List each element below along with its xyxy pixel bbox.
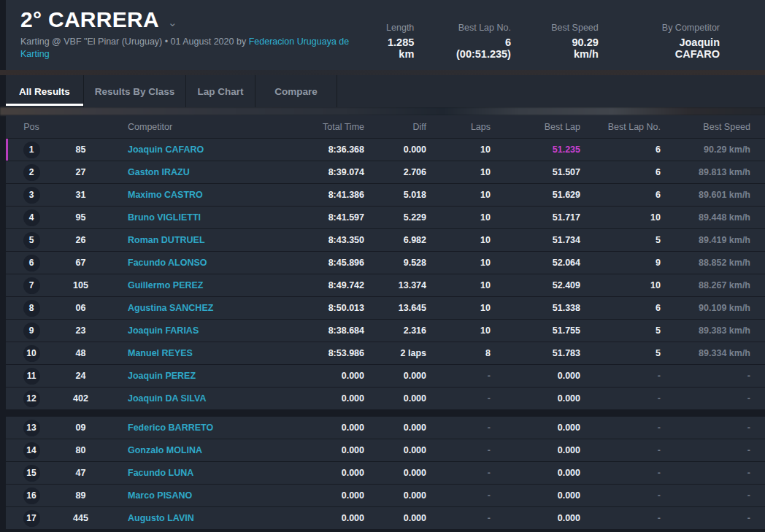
best-speed-cell: - <box>661 513 750 523</box>
kart-number: 47 <box>57 468 104 478</box>
competitor-link[interactable]: Roman DUTRUEL <box>128 235 205 245</box>
kart-number: 445 <box>57 513 104 523</box>
best-speed-cell: 90.109 km/h <box>661 303 750 313</box>
table-row: 16 89 Marco PISANO 0.000 0.000 - 0.000 -… <box>6 485 765 506</box>
best-lap-no-cell: 6 <box>580 190 661 200</box>
competitor-link[interactable]: Gonzalo MOLINA <box>128 445 202 455</box>
competitor-link[interactable]: Facundo LUNA <box>128 468 193 478</box>
stat-label: Best Speed <box>545 23 599 33</box>
session-title-block: 2° CARRERA ⌄ Karting @ VBF "El Pinar (Ur… <box>6 0 369 70</box>
diff-cell: 0.000 <box>364 393 426 404</box>
diff-cell: 2.316 <box>364 325 426 336</box>
best-speed-cell: 90.29 km/h <box>661 144 750 155</box>
competitor-link[interactable]: Joaquin FARIAS <box>128 325 199 336</box>
table-row: 17 445 Augusto LAVIN 0.000 0.000 - 0.000… <box>6 507 765 529</box>
competitor-link[interactable]: Augusto LAVIN <box>128 513 194 523</box>
best-lap-no-cell: 6 <box>580 144 661 155</box>
position-badge: 10 <box>23 345 40 362</box>
table-row: 15 47 Facundo LUNA 0.000 0.000 - 0.000 -… <box>6 462 765 484</box>
competitor-link[interactable]: Joaquin CAFARO <box>128 144 204 155</box>
kart-number: 85 <box>57 144 104 155</box>
page-title: 2° CARRERA <box>20 7 159 32</box>
position-badge: 3 <box>23 187 40 204</box>
competitor-link[interactable]: Maximo CASTRO <box>128 190 203 200</box>
tab-all-results[interactable]: All Results <box>6 75 84 107</box>
diff-cell: 5.229 <box>364 212 426 223</box>
tab-results-by-class[interactable]: Results By Class <box>84 75 186 107</box>
tab-lap-chart[interactable]: Lap Chart <box>186 75 255 107</box>
laps-cell: - <box>426 513 491 523</box>
total-time-cell: 0.000 <box>280 513 364 523</box>
competitor-link[interactable]: Gaston IRAZU <box>128 167 190 177</box>
table-row: 6 67 Facundo ALONSO 8:45.896 9.528 10 52… <box>6 252 765 274</box>
best-lap-no-cell: 6 <box>580 303 661 313</box>
kart-number: 06 <box>57 303 104 313</box>
competitor-link[interactable]: Guillermo PEREZ <box>128 280 204 290</box>
best-lap-cell: 0.000 <box>491 423 580 433</box>
stat-value: 1.285 km <box>369 36 414 60</box>
best-lap-no-cell: 10 <box>580 280 661 290</box>
session-subtitle-text: Karting @ VBF "El Pinar (Uruguay) • 01 A… <box>20 36 246 47</box>
laps-cell: 10 <box>426 325 491 336</box>
position-badge: 4 <box>23 209 40 226</box>
stat-value: 6 (00:51.235) <box>447 36 511 60</box>
background-band-top <box>0 70 765 75</box>
stat-label: By Competitor <box>632 23 720 33</box>
laps-cell: - <box>426 468 491 478</box>
total-time-cell: 8:50.013 <box>280 303 364 313</box>
competitor-link[interactable]: Bruno VIGLIETTI <box>128 212 201 223</box>
competitor-link[interactable]: Federico BARRETO <box>128 423 213 433</box>
best-speed-cell: 88.267 km/h <box>661 280 750 290</box>
table-row: 13 09 Federico BARRETO 0.000 0.000 - 0.0… <box>6 417 765 439</box>
best-speed-cell: - <box>661 393 750 404</box>
kart-number: 09 <box>57 423 104 433</box>
total-time-cell: 8:45.896 <box>280 258 364 268</box>
kart-number: 48 <box>57 348 104 358</box>
competitor-link[interactable]: Manuel REYES <box>128 348 193 358</box>
competitor-link[interactable]: Joaquin DA SILVA <box>128 393 206 404</box>
column-header-diff: Diff <box>364 122 426 132</box>
session-header: 2° CARRERA ⌄ Karting @ VBF "El Pinar (Ur… <box>6 0 765 70</box>
position-badge: 1 <box>23 142 40 158</box>
position-badge: 13 <box>23 420 40 436</box>
position-badge: 5 <box>23 232 40 249</box>
stat-best-lap-no: Best Lap No. 6 (00:51.235) <box>447 23 511 70</box>
laps-cell: - <box>426 423 491 433</box>
competitor-link[interactable]: Marco PISANO <box>128 490 192 501</box>
table-row: 1 85 Joaquin CAFARO 8:36.368 0.000 10 51… <box>6 139 765 161</box>
diff-cell: 0.000 <box>364 513 426 523</box>
best-lap-no-cell: 5 <box>580 325 661 336</box>
best-speed-cell: - <box>661 468 750 478</box>
position-badge: 15 <box>23 465 40 482</box>
position-badge: 17 <box>23 510 40 527</box>
best-lap-no-cell: 6 <box>580 167 661 177</box>
best-lap-no-cell: - <box>580 371 661 381</box>
results-table: Pos Competitor Total Time Diff Laps Best… <box>6 115 765 530</box>
competitor-link[interactable]: Facundo ALONSO <box>128 258 207 268</box>
kart-number: 23 <box>57 325 104 336</box>
total-time-cell: 8:49.742 <box>280 280 364 290</box>
laps-cell: 10 <box>426 303 491 313</box>
competitor-link[interactable]: Agustina SANCHEZ <box>128 303 213 313</box>
best-lap-no-cell: 5 <box>580 348 661 358</box>
best-lap-cell: 0.000 <box>491 445 580 455</box>
position-badge: 8 <box>23 300 40 317</box>
position-badge: 9 <box>23 323 40 339</box>
total-time-cell: 8:41.597 <box>280 212 364 223</box>
best-speed-cell: 89.813 km/h <box>661 167 750 177</box>
total-time-cell: 0.000 <box>280 445 364 455</box>
total-time-cell: 0.000 <box>280 468 364 478</box>
column-header-best-lap-no: Best Lap No. <box>580 122 661 132</box>
column-header-best-speed: Best Speed <box>661 122 750 132</box>
stat-label: Best Lap No. <box>447 23 511 33</box>
total-time-cell: 8:41.386 <box>280 190 364 200</box>
chevron-down-icon[interactable]: ⌄ <box>168 16 177 29</box>
laps-cell: 10 <box>426 258 491 268</box>
tab-compare[interactable]: Compare <box>255 75 337 107</box>
competitor-link[interactable]: Joaquin PEREZ <box>128 371 196 381</box>
diff-cell: 0.000 <box>364 371 426 381</box>
best-lap-cell: 51.783 <box>491 348 580 358</box>
laps-cell: 10 <box>426 212 491 223</box>
best-lap-no-cell: 9 <box>580 258 661 268</box>
column-header-pos: Pos <box>6 122 57 132</box>
